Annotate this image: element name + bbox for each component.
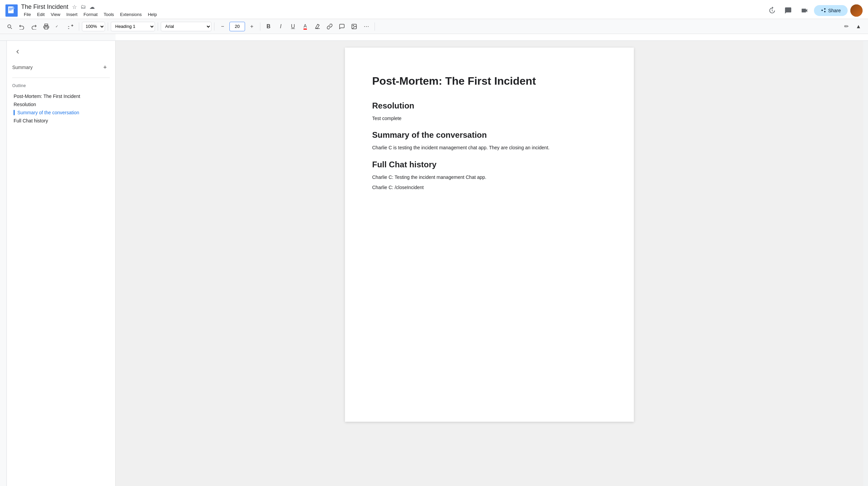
svg-rect-5 — [45, 27, 48, 29]
sidebar-divider — [12, 78, 110, 78]
font-size-decrease-btn[interactable]: − — [217, 21, 228, 32]
more-btn[interactable]: ⋯ — [361, 21, 372, 32]
title-area: The First Incident ☆ 🗂 ☁ File Edit View … — [21, 3, 160, 18]
history-icon[interactable] — [765, 4, 779, 17]
toolbar-divider-1 — [79, 22, 79, 31]
section-heading-1: Summary of the conversation — [372, 130, 607, 140]
star-icon[interactable]: ☆ — [71, 3, 78, 10]
doc-area[interactable]: Post-Mortem: The First Incident Resoluti… — [116, 41, 863, 486]
summary-add-btn[interactable]: + — [100, 63, 110, 72]
edit-mode-btn[interactable]: ✏ — [841, 21, 852, 32]
menu-extensions[interactable]: Extensions — [117, 11, 144, 18]
toolbar-divider-4 — [214, 22, 214, 31]
sidebar-back-btn[interactable] — [12, 46, 23, 57]
style-select[interactable]: Heading 1 Heading 2 Normal text — [111, 22, 155, 31]
active-indicator — [14, 110, 15, 115]
text-color-btn[interactable]: A — [300, 21, 311, 32]
sidebar: Summary + Outline Post-Mortem: The First… — [7, 41, 116, 486]
outline-item-2[interactable]: Summary of the conversation — [12, 108, 110, 117]
print-btn[interactable] — [41, 21, 52, 32]
section-heading-2: Full Chat history — [372, 160, 607, 169]
svg-rect-2 — [9, 8, 13, 9]
image-btn[interactable] — [349, 21, 360, 32]
menu-file[interactable]: File — [21, 11, 34, 18]
ruler — [0, 34, 868, 41]
folder-icon[interactable]: 🗂 — [80, 3, 87, 10]
svg-text:✓: ✓ — [55, 24, 58, 28]
menu-help[interactable]: Help — [145, 11, 160, 18]
right-scrollbar[interactable] — [863, 41, 868, 486]
toolbar-divider-6 — [375, 22, 375, 31]
ruler-inner — [116, 34, 868, 40]
italic-btn[interactable]: I — [275, 21, 286, 32]
section-para-2-0: Charlie C: Testing the incident manageme… — [372, 173, 607, 181]
font-size-increase-btn[interactable]: + — [246, 21, 257, 32]
share-button[interactable]: Share — [814, 5, 848, 16]
outline-label: Outline — [12, 83, 110, 88]
comment-btn[interactable] — [336, 21, 347, 32]
toolbar-divider-2 — [108, 22, 108, 31]
svg-point-8 — [353, 25, 353, 26]
menu-edit[interactable]: Edit — [34, 11, 47, 18]
redo-btn[interactable] — [29, 21, 39, 32]
outline-item-2-label: Summary of the conversation — [17, 110, 79, 115]
share-label: Share — [828, 8, 841, 13]
document-page[interactable]: Post-Mortem: The First Incident Resoluti… — [345, 48, 634, 422]
paint-format-btn[interactable] — [65, 21, 76, 32]
search-toolbar-btn[interactable] — [4, 21, 15, 32]
video-call-icon[interactable] — [798, 4, 811, 17]
toolbar-divider-5 — [260, 22, 260, 31]
title-bar: The First Incident ☆ 🗂 ☁ File Edit View … — [0, 0, 868, 19]
spell-check-btn[interactable]: ✓ — [53, 21, 64, 32]
menu-tools[interactable]: Tools — [101, 11, 117, 18]
link-btn[interactable] — [324, 21, 335, 32]
doc-title[interactable]: The First Incident — [21, 3, 68, 11]
font-select[interactable]: Arial Times New Roman — [161, 22, 211, 31]
undo-btn[interactable] — [16, 21, 27, 32]
toolbar: ✓ 100% 75% 125% Heading 1 Heading 2 Norm… — [0, 19, 868, 34]
underline-btn[interactable]: U — [288, 21, 298, 32]
svg-rect-4 — [9, 10, 12, 11]
section-para-1-0: Charlie C is testing the incident manage… — [372, 144, 607, 151]
toolbar-divider-3 — [158, 22, 158, 31]
menu-insert[interactable]: Insert — [64, 11, 80, 18]
cloud-icon[interactable]: ☁ — [89, 3, 96, 10]
outline-item-1[interactable]: Resolution — [12, 100, 110, 108]
outline-item-0[interactable]: Post-Mortem: The First Incident — [12, 92, 110, 100]
main-area: Summary + Outline Post-Mortem: The First… — [0, 41, 868, 486]
zoom-select[interactable]: 100% 75% 125% — [82, 22, 105, 31]
avatar[interactable] — [850, 4, 863, 17]
font-size-input[interactable] — [229, 22, 245, 31]
menu-view[interactable]: View — [48, 11, 63, 18]
summary-section: Summary + — [12, 63, 110, 72]
google-docs-icon — [5, 4, 18, 17]
menu-bar: File Edit View Insert Format Tools Exten… — [21, 11, 160, 18]
section-heading-0: Resolution — [372, 101, 607, 111]
collapse-toolbar-btn[interactable]: ▲ — [853, 21, 864, 32]
outline-item-3[interactable]: Full Chat history — [12, 117, 110, 125]
section-para-0-0: Test complete — [372, 115, 607, 122]
comments-icon[interactable] — [781, 4, 795, 17]
highlight-btn[interactable] — [312, 21, 323, 32]
bold-btn[interactable]: B — [263, 21, 274, 32]
menu-format[interactable]: Format — [81, 11, 100, 18]
left-ruler — [0, 41, 7, 486]
section-para-2-1: Charlie C: /closeIncident — [372, 184, 607, 191]
summary-label: Summary — [12, 65, 33, 70]
doc-main-title: Post-Mortem: The First Incident — [372, 75, 607, 87]
svg-rect-3 — [9, 9, 13, 10]
